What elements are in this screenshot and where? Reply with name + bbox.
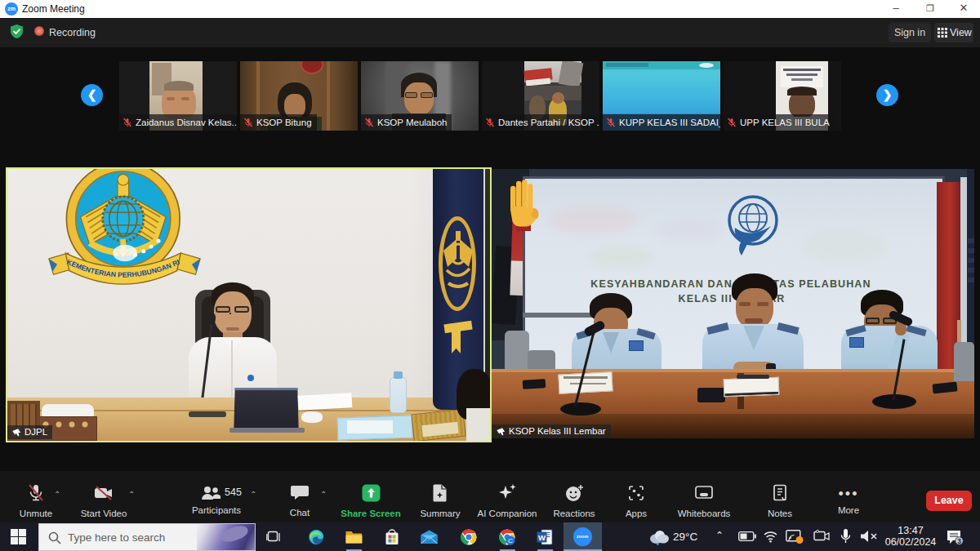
svg-text:W: W	[538, 533, 546, 542]
svg-text:3: 3	[957, 537, 961, 545]
svg-text:C: C	[508, 537, 513, 544]
